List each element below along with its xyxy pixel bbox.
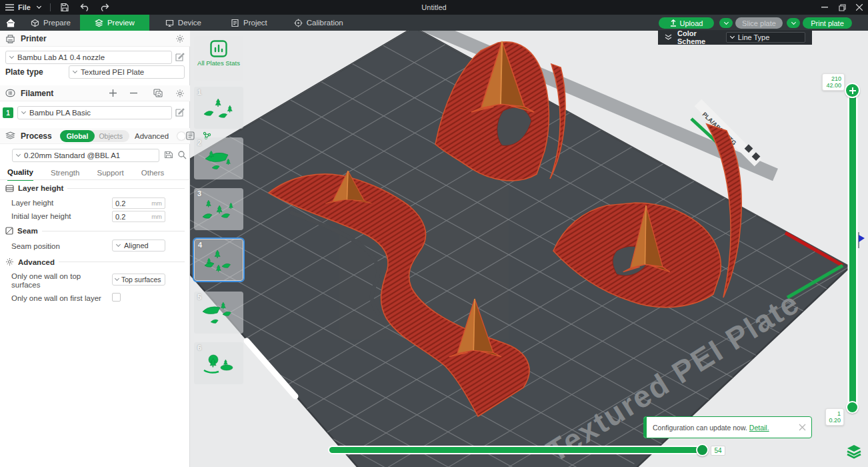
layer-slider-top-handle[interactable] (845, 83, 860, 98)
maximize-button[interactable] (833, 0, 851, 15)
plate-6-preview (200, 350, 237, 380)
tab-strength[interactable]: Strength (51, 169, 79, 180)
advanced-section: Advanced (5, 258, 185, 266)
printer-preset-select[interactable]: Bambu Lab A1 0.4 nozzle (5, 51, 172, 64)
bambu-studio-window: PLA/ABS/PETG Textured PEI Plate (0, 0, 868, 467)
layer-height-label: Layer height (11, 199, 53, 207)
plate-thumbnail-3[interactable]: 3 (194, 188, 243, 230)
layer-height-input[interactable]: 0.2mm (112, 197, 165, 209)
filament-settings-gear-icon[interactable] (175, 89, 185, 98)
plate-thumbnail-2[interactable]: 2 (194, 137, 243, 179)
print-plate-button[interactable]: Print plate (803, 17, 852, 29)
color-scheme-bar: Color Scheme Line Type (658, 30, 812, 45)
divider (0, 179, 190, 180)
initial-layer-height-label: Initial layer height (11, 212, 71, 220)
plate-1-preview (200, 95, 237, 124)
home-icon[interactable] (0, 19, 21, 27)
move-slider-handle[interactable] (696, 444, 709, 456)
one-wall-top-label: Only one wall on top surfaces (11, 272, 105, 290)
window-title: Untitled (0, 3, 868, 11)
save-preset-icon[interactable] (164, 150, 173, 159)
minimize-button[interactable] (816, 0, 833, 15)
move-slider-value: 54 (711, 446, 725, 456)
one-wall-first-layer-checkbox[interactable] (112, 293, 121, 302)
scope-objects[interactable]: Objects (95, 132, 129, 140)
layer-height-section: Layer height (5, 184, 185, 192)
viewport-3d-scene[interactable]: PLA/ABS/PETG Textured PEI Plate (190, 31, 868, 467)
search-preset-icon[interactable] (177, 150, 187, 159)
line-type-select[interactable]: Line Type (726, 32, 805, 43)
process-section-header: Process Global Objects Advanced (0, 128, 190, 144)
color-scheme-label: Color Scheme (677, 29, 721, 45)
plate-type-select[interactable]: Textured PEI Plate (69, 65, 185, 79)
process-icon (5, 131, 15, 140)
one-wall-first-layer-label: Only one wall on first layer (11, 294, 101, 302)
filament-preset-select[interactable]: Bambu PLA Basic (17, 106, 172, 119)
tab-device[interactable]: Device (156, 15, 211, 31)
process-preset-select[interactable]: 0.20mm Standard @BBL A1 (12, 149, 159, 162)
notification-detail-link[interactable]: Detail. (749, 424, 769, 432)
notification-accent (644, 417, 647, 438)
printer-edit-icon[interactable] (175, 52, 185, 61)
plate-thumbnail-4-selected[interactable]: 4 (194, 239, 243, 281)
remove-filament-icon[interactable] (130, 92, 137, 94)
tab-calibration[interactable]: Calibration (285, 15, 353, 31)
seam-section: Seam (5, 227, 185, 235)
upload-button[interactable]: Upload (659, 17, 714, 29)
all-plates-stats-label: All Plates Stats (194, 60, 243, 67)
add-filament-icon[interactable] (109, 89, 117, 97)
notification-toast: Configuration can update now. Detail. (643, 416, 812, 438)
upload-dropdown-button[interactable] (719, 18, 733, 28)
notification-message: Configuration can update now. (653, 424, 747, 432)
sync-filament-icon[interactable] (153, 89, 163, 98)
close-button[interactable] (851, 0, 868, 15)
printer-icon (5, 34, 15, 43)
main-tab-bar: Prepare Preview Device Project Calibrati… (0, 15, 868, 31)
process-scope-toggle[interactable]: Global Objects (60, 130, 129, 142)
filament-section-header: Filament (0, 85, 190, 101)
layers-view-icon[interactable] (846, 444, 862, 459)
title-bar: File Untitled (0, 0, 868, 15)
plate-4-preview (201, 248, 238, 277)
plate-type-label: Plate type (5, 67, 43, 77)
advanced-gear-icon (5, 258, 14, 266)
scope-global[interactable]: Global (60, 130, 95, 142)
all-plates-stats-button[interactable]: All Plates Stats (194, 36, 243, 81)
tab-project[interactable]: Project (221, 15, 277, 31)
filament-edit-icon[interactable] (175, 107, 185, 117)
initial-layer-height-input[interactable]: 0.2mm (112, 211, 165, 222)
slice-dropdown-button[interactable] (787, 18, 800, 28)
slice-plate-button[interactable]: Slice plate (735, 17, 783, 29)
collapse-double-chevron-icon[interactable] (665, 34, 672, 41)
seam-position-label: Seam position (11, 242, 60, 250)
plate-thumbnail-6[interactable]: 6 (194, 342, 243, 384)
tab-others[interactable]: Others (141, 169, 165, 180)
plate-thumbnail-5[interactable]: 5 (194, 292, 243, 334)
layer-range-slider[interactable] (849, 88, 856, 408)
all-plates-stats-icon (210, 40, 227, 57)
layer-marker-flag-icon[interactable] (857, 232, 865, 248)
layer-slider-bottom-handle[interactable] (846, 401, 859, 414)
tab-prepare[interactable]: Prepare (21, 15, 80, 31)
seam-icon (5, 227, 13, 235)
plate-thumbnail-1[interactable]: 1 (194, 87, 243, 129)
move-slider-fill (329, 447, 700, 453)
seam-position-select[interactable]: Aligned (112, 240, 165, 252)
plate-5-preview (200, 300, 237, 329)
plate-3-preview (200, 196, 237, 225)
advanced-label: Advanced (135, 132, 169, 140)
notification-close-icon[interactable] (799, 424, 806, 431)
filament-slot-badge[interactable]: 1 (3, 107, 13, 118)
settings-sidebar: Printer Bambu Lab A1 0.4 nozzle Plate ty… (0, 31, 190, 467)
plate-2-preview (200, 145, 237, 175)
tab-support[interactable]: Support (97, 169, 123, 180)
layer-slider-bottom-tooltip: 1 0.20 (825, 408, 844, 426)
tab-preview[interactable]: Preview (80, 15, 149, 31)
printer-section-header: Printer (0, 31, 190, 47)
printer-settings-gear-icon[interactable] (175, 34, 185, 43)
one-wall-top-select[interactable]: Top surfaces (112, 274, 165, 286)
layer-slider-top-tooltip: 210 42.00 (822, 73, 845, 91)
layer-height-icon (5, 185, 14, 192)
filament-icon (5, 89, 15, 97)
